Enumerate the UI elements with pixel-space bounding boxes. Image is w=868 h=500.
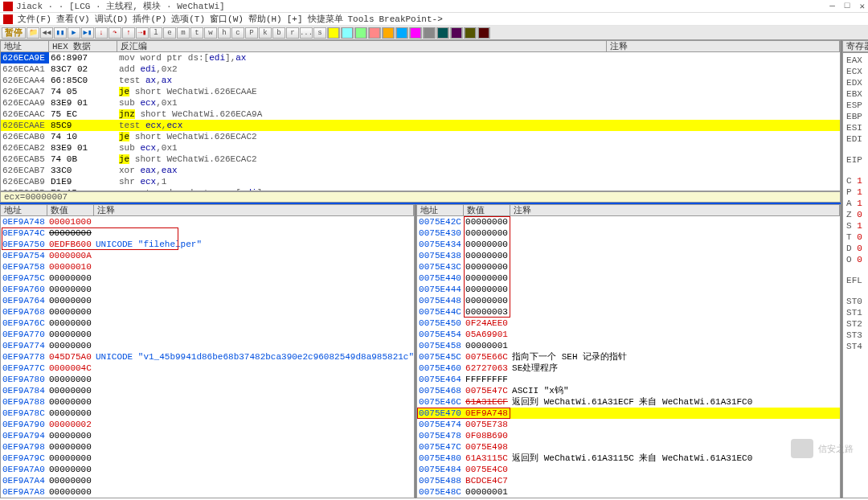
tool-sq8[interactable] [423,27,436,39]
col-comment[interactable]: 注释 [607,41,840,51]
menu-options[interactable]: 选项(T) [171,13,205,25]
col-addr[interactable]: 地址 [1,205,47,215]
tool-sq5[interactable] [382,27,395,39]
disasm-row[interactable]: 626ECAAC75 ECjnz short WeChatWi.626ECA9A [1,109,840,120]
disasm-row[interactable]: 626ECA9E66:8907mov word ptr ds:[edi],ax [1,52,840,64]
tool-sq3[interactable] [354,27,367,39]
stack-row[interactable]: 0075E42C00000000 [417,216,840,227]
disasm-rows[interactable]: 626ECA9E66:8907mov word ptr ds:[edi],ax6… [0,52,841,191]
stack-row[interactable]: 0075E48061A3115C返回到 WeChatWi.61A3115C 来自… [417,453,840,464]
tool-sq9[interactable] [436,27,449,39]
menu-file[interactable]: 文件(F) [18,13,51,25]
col-addr[interactable]: 地址 [417,205,464,215]
tool-letter-l[interactable]: l [149,27,162,39]
col-val[interactable]: 数值 [464,205,510,215]
menu-window[interactable]: 窗口(W) [210,13,244,25]
stack-row[interactable]: 0075E488BCDCE4C7 [417,475,840,486]
col-val[interactable]: 数值 [47,205,94,215]
dump-row[interactable]: 0EF9A77C0000004C [1,363,414,374]
dump-row[interactable]: 0EF9A7500EDFB600UNICODE "filehelper" [1,239,414,250]
dump-row[interactable]: 0EF9A79000000002 [1,419,414,430]
tool-sq11[interactable] [464,27,477,39]
stack-row[interactable]: 0075E4840075E4C0 [417,464,840,475]
stack-row[interactable]: 0075E47C0075E498 [417,441,840,453]
stack-row[interactable]: 0075E44800000000 [417,295,840,306]
tool-letter-w[interactable]: w [204,27,217,39]
tool-letter-h[interactable]: h [218,27,231,39]
disasm-row[interactable]: 626ECAB574 0Bje short WeChatWi.626ECAC2 [1,154,840,165]
dump-row[interactable]: 0EF9A778045D75A0UNICODE "v1_45b9941d86be… [1,351,414,363]
tool-letter-m[interactable]: m [177,27,190,39]
reg-EDI[interactable]: EDI 0F283194 UNICODE "已选择1个聊天" [846,133,868,145]
tool-pause-icon[interactable]: ▮▮ [54,27,67,39]
menu-view[interactable]: 查看(V) [56,13,90,25]
reg-ESP[interactable]: ESP 0075E2BC [846,100,868,111]
dump-row[interactable]: 0EF9A78400000000 [1,385,414,396]
dump-right-rows[interactable]: 0075E42C000000000075E430000000000075E434… [416,216,841,498]
disasm-row[interactable]: 626ECAB9D1E9shr ecx,1 [1,176,840,187]
dump-row[interactable]: 0EF9A79400000000 [1,430,414,441]
tool-sq7[interactable] [409,27,422,39]
tool-sq10[interactable] [450,27,463,39]
disasm-row[interactable]: 626ECAAE85C9test ecx,ecx [1,120,840,131]
disasm-row[interactable]: 626ECAA466:85C0test ax,ax [1,75,840,86]
reg-EBP[interactable]: EBP 0075E2C0 ASCII "喂u" [846,111,868,122]
tool-letter-c[interactable]: c [231,27,244,39]
tool-sq4[interactable] [368,27,381,39]
dump-row[interactable]: 0EF9A76400000000 [1,295,414,306]
stack-row[interactable]: 0075E44400000000 [417,284,840,295]
menu-tools[interactable]: Tools [348,14,375,24]
dump-row[interactable]: 0EF9A79800000000 [1,441,414,453]
stack-row[interactable]: 0075E44C00000003 [417,306,840,318]
tool-runto-icon[interactable]: →▮ [136,27,149,39]
stack-row[interactable]: 0075E46062727063SE处理程序 [417,363,840,374]
stack-row[interactable]: 0075E43C00000000 [417,261,840,273]
dump-row[interactable]: 0EF9A79C00000000 [1,453,414,464]
stack-row[interactable]: 0075E44000000000 [417,273,840,284]
tool-letter-...[interactable]: ... [300,27,313,39]
reg-EAX[interactable]: EAX 00005DF2 [846,55,868,66]
tool-stepinto-icon[interactable]: ↓ [95,27,108,39]
dump-row[interactable]: 0EF9A78800000000 [1,396,414,408]
tool-rewind-icon[interactable]: ◀◀ [40,27,53,39]
dump-row[interactable]: 0EF9A7A000000000 [1,464,414,475]
tool-sq6[interactable] [395,27,408,39]
stack-row[interactable]: 0075E43400000000 [417,239,840,250]
tool-stepout-icon[interactable]: ↑ [122,27,135,39]
pause-label[interactable]: 暂停 [2,27,26,39]
disasm-row[interactable]: 626ECAA183C7 02add edi,0x2 [1,64,840,75]
disasm-row[interactable]: 626ECAA983E9 01sub ecx,0x1 [1,97,840,109]
dump-row[interactable]: 0EF9A74C00000000 [1,227,414,239]
menu-quick[interactable]: 快捷菜单 [308,13,343,25]
stack-row[interactable]: 0075E4500F24AEE0 [417,318,840,329]
reg-EBX[interactable]: EBX 0F056730 UNICODE "已选择2个聊天" [846,88,868,100]
dump-left-rows[interactable]: 0EF9A748000010000EF9A74C000000000EF9A750… [0,216,415,498]
stack-row[interactable]: 0075E4700EF9A748 [417,408,840,419]
dump-row[interactable]: 0EF9A76C00000000 [1,318,414,329]
disasm-row[interactable]: 626ECAB074 10je short WeChatWi.626ECAC2 [1,131,840,142]
tool-play-icon[interactable]: ▶ [68,27,80,39]
stack-row[interactable]: 0075E4680075E47CASCII "x钨" [417,385,840,396]
tool-letter-t[interactable]: t [190,27,203,39]
menu-plugin[interactable]: 插件(P) [133,13,166,25]
disasm-row[interactable]: 626ECAB733C0xor eax,eax [1,165,840,176]
minimize-icon[interactable]: — [829,1,835,11]
stack-row[interactable]: 0075E43800000000 [417,250,840,261]
dump-row[interactable]: 0EF9A75C00000000 [1,273,414,284]
tool-sq12[interactable] [477,27,490,39]
tool-open-icon[interactable]: 📁 [27,27,39,39]
stack-row[interactable]: 0075E45C0075E66C指向下一个 SEH 记录的指针 [417,351,840,363]
stack-row[interactable]: 0075E4780F08B690 [417,430,840,441]
dump-row[interactable]: 0EF9A7A800000000 [1,486,414,498]
disasm-row[interactable]: 626ECAA774 05je short WeChatWi.626ECAAE [1,86,840,97]
tool-sq2[interactable] [341,27,354,39]
col-cmt[interactable]: 注释 [510,205,840,215]
reg-EIP[interactable]: EIP 626ECA9E WeChatWi.626ECA9E [846,154,868,166]
menu-debug[interactable]: 调试(D) [95,13,129,25]
dump-row[interactable]: 0EF9A75800000010 [1,261,414,273]
tool-playpause-icon[interactable]: ▶▮ [81,27,94,39]
dump-row[interactable]: 0EF9A78000000000 [1,374,414,385]
dump-row[interactable]: 0EF9A76800000000 [1,306,414,318]
dump-row[interactable]: 0EF9A77000000000 [1,329,414,340]
menu-help[interactable]: 帮助(H) [248,13,282,25]
